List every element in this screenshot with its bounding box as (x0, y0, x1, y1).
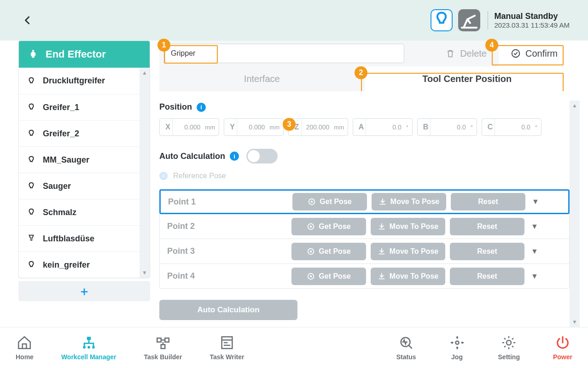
scroll-down-icon[interactable]: ▼ (570, 317, 580, 327)
point-row[interactable]: Point 1Get PoseMove To PoseReset▼ (159, 189, 570, 214)
axis-label: B (421, 119, 431, 135)
sidebar-item[interactable]: Greifer_2 (19, 120, 140, 146)
nav-home-label: Home (16, 353, 34, 361)
gear-icon (501, 335, 517, 350)
nav-power-label: Power (553, 353, 572, 361)
move-to-pose-button[interactable]: Move To Pose (371, 218, 445, 235)
gripper-icon (26, 207, 36, 217)
nav-workcell-manager[interactable]: Workcell Manager (61, 335, 116, 361)
sidebar-header: End Effector (19, 41, 150, 68)
reference-pose-label: Reference Pose (173, 172, 226, 180)
position-field-b[interactable]: B0.0° (417, 118, 477, 136)
point-row[interactable]: Point 4Get PoseMove To PoseReset▼ (160, 263, 569, 288)
move-to-pose-button[interactable]: Move To Pose (371, 243, 445, 260)
autocalc-label: Auto Calculation (159, 152, 225, 161)
move-to-pose-button[interactable]: Move To Pose (371, 268, 445, 285)
info-icon[interactable]: i (230, 152, 239, 161)
nav-task-writer[interactable]: Task Writer (210, 335, 244, 361)
nav-taskwriter-label: Task Writer (210, 353, 244, 361)
scroll-up-icon[interactable]: ▲ (570, 100, 580, 111)
axis-value: 0.0 (500, 123, 530, 131)
get-pose-button[interactable]: Get Pose (291, 218, 366, 235)
move-to-pose-button[interactable]: Move To Pose (372, 193, 446, 210)
auto-calculation-button[interactable]: Auto Calculation (159, 300, 297, 320)
nav-setting[interactable]: Setting (498, 335, 520, 361)
workcell-icon (81, 335, 97, 350)
chevron-down-icon[interactable]: ▼ (529, 222, 540, 231)
jog-icon (449, 335, 465, 350)
chevron-down-icon[interactable]: ▼ (529, 247, 540, 256)
scroll-down-icon[interactable]: ▼ (140, 268, 150, 278)
sidebar-item[interactable]: kein_greifer (19, 251, 140, 278)
axis-label: A (357, 119, 366, 135)
get-pose-button[interactable]: Get Pose (292, 193, 367, 210)
confirm-label: Confirm (525, 48, 558, 59)
position-field-z[interactable]: Z200.000mm (288, 118, 348, 136)
content-scrollbar[interactable]: ▲ ▼ (570, 100, 580, 327)
trash-icon (445, 48, 455, 58)
info-icon[interactable]: i (197, 103, 206, 112)
tab-tcp[interactable]: Tool Center Position (365, 66, 570, 91)
get-pose-button[interactable]: Get Pose (291, 243, 366, 260)
status-icon (398, 335, 414, 350)
position-field-y[interactable]: Y0.000mm (224, 118, 284, 136)
sidebar-item[interactable]: Schmalz (19, 199, 140, 225)
gripper-icon (26, 129, 36, 139)
sidebar-item[interactable]: Druckluftgreifer (19, 68, 140, 94)
point-label: Point 2 (167, 222, 287, 231)
svg-point-7 (310, 250, 312, 252)
effector-name-input[interactable] (165, 44, 404, 63)
axis-label: C (486, 119, 495, 135)
top-gripper-indicator[interactable] (431, 9, 453, 31)
reset-button[interactable]: Reset (450, 243, 524, 260)
top-robot-indicator[interactable] (458, 9, 480, 31)
nav-home[interactable]: Home (16, 335, 34, 361)
scroll-up-icon[interactable]: ▲ (140, 68, 150, 78)
nav-power[interactable]: Power (553, 335, 572, 361)
sidebar-scrollbar[interactable]: ▲ ▼ (140, 68, 150, 278)
axis-unit: ° (535, 124, 537, 131)
nav-jog[interactable]: Jog (449, 335, 465, 361)
home-icon (17, 335, 32, 350)
add-end-effector-button[interactable]: ＋ (18, 281, 150, 301)
reference-pose-radio[interactable] (159, 172, 168, 180)
download-icon (378, 272, 386, 280)
power-icon (555, 335, 571, 350)
tab-interface[interactable]: Interface (159, 66, 365, 91)
confirm-button[interactable]: Confirm (499, 41, 570, 66)
chevron-down-icon[interactable]: ▼ (530, 198, 541, 206)
position-field-a[interactable]: A0.0° (353, 118, 413, 136)
svg-rect-14 (157, 338, 161, 342)
sidebar-item[interactable]: MM_Sauger (19, 146, 140, 173)
svg-point-11 (83, 346, 86, 349)
nav-task-builder[interactable]: Task Builder (144, 335, 182, 361)
gripper-icon (26, 76, 36, 86)
svg-point-5 (310, 225, 312, 228)
sidebar-item[interactable]: Greifer_1 (19, 94, 140, 120)
point-row[interactable]: Point 3Get PoseMove To PoseReset▼ (160, 239, 569, 263)
back-button[interactable] (18, 11, 37, 29)
sidebar-item-label: Greifer_2 (43, 129, 79, 139)
sidebar-item[interactable]: Luftblasdüse (19, 225, 140, 251)
sidebar-title: End Effector (46, 48, 106, 60)
point-row[interactable]: Point 2Get PoseMove To PoseReset▼ (160, 214, 569, 239)
sidebar-item-label: Greifer_1 (43, 103, 79, 112)
autocalc-toggle[interactable] (246, 149, 278, 164)
nav-status[interactable]: Status (396, 335, 416, 361)
chevron-down-icon[interactable]: ▼ (529, 272, 540, 280)
reset-button[interactable]: Reset (450, 268, 524, 285)
reset-button[interactable]: Reset (450, 218, 524, 235)
position-field-c[interactable]: C0.0° (482, 118, 541, 136)
sidebar-item-label: Sauger (43, 181, 71, 191)
svg-rect-16 (161, 345, 165, 349)
reset-button[interactable]: Reset (451, 193, 525, 210)
nav-jog-label: Jog (451, 353, 463, 361)
sidebar-item[interactable]: Sauger (19, 173, 140, 199)
get-pose-button[interactable]: Get Pose (291, 268, 366, 285)
target-icon (307, 222, 315, 231)
axis-value: 0.000 (177, 123, 200, 131)
sidebar-item-label: kein_greifer (43, 260, 90, 270)
position-field-x[interactable]: X0.000mm (159, 118, 219, 136)
download-icon (378, 198, 387, 206)
axis-unit: mm (205, 124, 215, 131)
